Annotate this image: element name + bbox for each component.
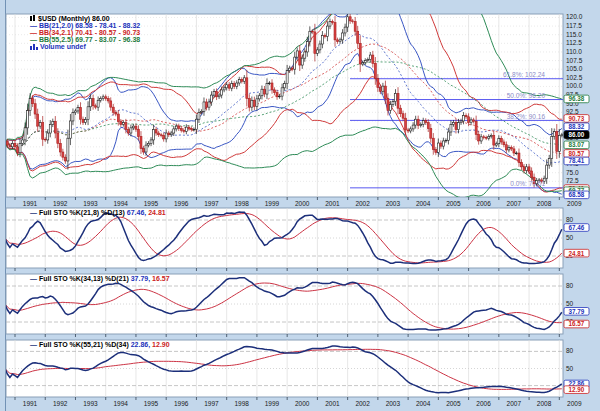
year-label: 2009 xyxy=(567,400,582,407)
candle-body xyxy=(85,120,87,123)
candle-body xyxy=(382,86,384,91)
bb-value-box-text: 78.41 xyxy=(569,157,585,164)
price-axis-label: 100.0 xyxy=(566,82,583,89)
candle-body xyxy=(190,129,192,130)
candle-body xyxy=(37,114,39,126)
candle-body xyxy=(420,124,422,125)
legend-bb34-line: —BB(34,2.1) 70.41 - 80.57 - 90.73 xyxy=(30,29,140,36)
candle-body xyxy=(425,121,427,123)
candle-body xyxy=(306,42,308,52)
candle-body xyxy=(180,129,182,131)
candle-body xyxy=(100,99,102,101)
panel1-d-value: 24.81 xyxy=(148,209,166,216)
panel2-indicator-name: Full STO %K(34,13) %D(21) xyxy=(39,275,129,282)
panel-d-value-box-text: 16.57 xyxy=(569,320,585,327)
panel3-d-value: 12.90 xyxy=(152,341,170,348)
candle-body xyxy=(294,57,296,69)
legend-symbol-line: $USD (Monthly) 86.00 xyxy=(30,15,140,22)
candle-body xyxy=(160,135,162,136)
candle-body xyxy=(115,112,117,114)
candle-body xyxy=(193,129,195,130)
candle-body xyxy=(447,132,449,140)
year-label: 1994 xyxy=(113,400,128,407)
candle-body xyxy=(483,137,485,138)
candle-body xyxy=(526,167,528,171)
volume-icon xyxy=(30,43,38,51)
candle-body xyxy=(132,126,134,128)
candle-body xyxy=(165,133,167,139)
year-label: 2007 xyxy=(507,200,522,207)
year-label: 1997 xyxy=(204,200,219,207)
candle-body xyxy=(432,138,434,149)
candle-body xyxy=(92,99,94,106)
candle-body xyxy=(301,58,303,65)
bb34-dash-icon: — xyxy=(30,29,37,36)
candle-body xyxy=(455,122,457,129)
year-label: 2000 xyxy=(295,200,310,207)
panel3-indicator-name: Full STO %K(55,21) %D(34) xyxy=(39,341,129,348)
candle-body xyxy=(480,137,482,141)
candle-body xyxy=(498,139,500,144)
candle-body xyxy=(321,35,323,44)
candle-body xyxy=(427,123,429,129)
candle-body xyxy=(488,136,490,138)
candle-body xyxy=(463,115,465,121)
candle-body xyxy=(122,123,124,125)
candle-body xyxy=(153,130,155,140)
candle-body xyxy=(261,89,263,96)
candle-body xyxy=(77,107,79,110)
main-chart-legend: $USD (Monthly) 86.00 —BB(21,2.0) 68.58 -… xyxy=(30,15,140,50)
candle-body xyxy=(163,135,165,138)
candle-body xyxy=(379,87,381,91)
candle-body xyxy=(367,60,369,61)
candle-body xyxy=(200,111,202,112)
candle-body xyxy=(435,150,437,153)
year-label: 2002 xyxy=(355,400,370,407)
panel-axis-label: 80 xyxy=(566,282,574,289)
candle-body xyxy=(173,129,175,133)
panel-axis-label: 50 xyxy=(566,300,574,307)
candle-body xyxy=(510,148,512,149)
candle-body xyxy=(24,128,26,140)
candle-body xyxy=(231,84,233,88)
candle-body xyxy=(236,83,238,86)
candle-body xyxy=(258,96,260,99)
candle-body xyxy=(319,44,321,50)
candle-body xyxy=(332,22,334,23)
candle-body xyxy=(523,167,525,171)
candle-body xyxy=(384,86,386,98)
candle-body xyxy=(405,118,407,130)
year-label: 2008 xyxy=(537,400,552,407)
candle-body xyxy=(80,107,82,119)
candle-body xyxy=(266,83,268,94)
legend-volume-line: Volume undef xyxy=(30,43,140,50)
candle-body xyxy=(357,31,359,43)
price-axis-label: 105.0 xyxy=(566,65,583,72)
candle-body xyxy=(243,78,245,81)
year-label: 1992 xyxy=(53,400,68,407)
candle-body xyxy=(145,145,147,152)
year-label: 2002 xyxy=(355,200,370,207)
candle-body xyxy=(14,143,16,146)
candle-body xyxy=(140,136,142,148)
year-label: 1998 xyxy=(234,200,249,207)
candle-body xyxy=(248,99,250,108)
candle-body xyxy=(528,167,530,171)
candle-body xyxy=(34,104,36,114)
candle-body xyxy=(553,132,555,137)
fib-label: 38.2%: 90.16 xyxy=(507,113,546,120)
candle-body xyxy=(185,127,187,131)
year-label: 1999 xyxy=(265,400,280,407)
candle-body xyxy=(32,99,34,104)
candle-body xyxy=(410,129,412,131)
stockcharts-usd-monthly-chart: $USD (US Dollar Index (EOD)) INDX 10-Feb… xyxy=(0,0,600,411)
candle-body xyxy=(369,55,371,59)
candle-body xyxy=(495,144,497,145)
candle-body xyxy=(6,142,8,145)
candle-body xyxy=(311,31,313,32)
candle-body xyxy=(513,149,515,153)
bb-value-box-text: 90.73 xyxy=(569,115,585,122)
candle-body xyxy=(470,120,472,123)
candle-body xyxy=(558,135,560,151)
candle-body xyxy=(130,128,132,133)
